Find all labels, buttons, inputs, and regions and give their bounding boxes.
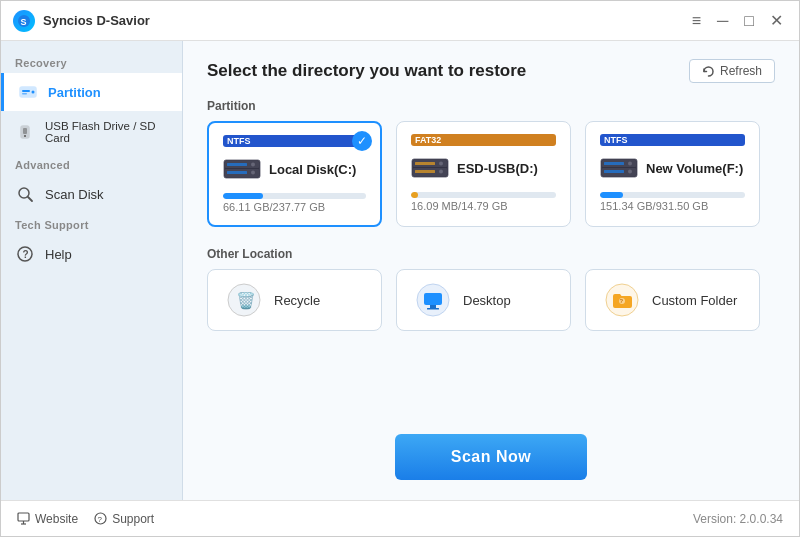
svg-point-32 [628, 162, 632, 166]
website-link[interactable]: Website [17, 512, 78, 526]
partition-icon [18, 82, 38, 102]
drive-tag-d: FAT32 [411, 134, 556, 146]
sidebar-section-tech-support: Tech Support [1, 213, 182, 235]
drive-f-info: New Volume(F:) [646, 161, 745, 176]
main-layout: Recovery Partition USB Flash D [1, 41, 799, 500]
svg-text:S: S [21, 16, 27, 26]
drive-f-bar-area: 151.34 GB/931.50 GB [600, 188, 745, 212]
app-logo: S [13, 10, 35, 32]
svg-rect-39 [427, 308, 439, 310]
svg-rect-23 [415, 162, 435, 165]
location-card-recycle[interactable]: 🗑️ Recycle [207, 269, 382, 331]
svg-rect-24 [415, 170, 435, 173]
location-card-custom-folder[interactable]: ? Custom Folder [585, 269, 760, 331]
drive-card-c[interactable]: ✓ NTFS [207, 121, 382, 227]
svg-rect-17 [227, 171, 247, 174]
title-bar: S Syncios D-Savior ≡ ─ □ ✕ [1, 1, 799, 41]
svg-point-18 [251, 163, 255, 167]
drive-f-fill [600, 192, 623, 198]
help-icon: ? [15, 244, 35, 264]
location-card-desktop[interactable]: Desktop [396, 269, 571, 331]
svg-point-5 [32, 91, 35, 94]
sidebar: Recovery Partition USB Flash D [1, 41, 183, 500]
svg-rect-3 [22, 90, 30, 92]
drive-d-progress-bar [411, 192, 556, 198]
scan-btn-wrap: Scan Now [183, 410, 799, 500]
svg-rect-7 [23, 128, 27, 134]
drive-d-name: ESD-USB(D:) [457, 161, 556, 176]
refresh-label: Refresh [720, 64, 762, 78]
drive-f-progress-bar [600, 192, 745, 198]
drive-d-bar-area: 16.09 MB/14.79 GB [411, 188, 556, 212]
drive-d-fill [411, 192, 418, 198]
drive-c-progress-bar [223, 193, 366, 199]
drive-c-bar-area: 66.11 GB/237.77 GB [223, 189, 366, 213]
sidebar-item-help[interactable]: ? Help [1, 235, 182, 273]
svg-rect-38 [430, 305, 436, 308]
svg-point-33 [628, 170, 632, 174]
svg-rect-43 [18, 513, 29, 521]
drive-d-top: ESD-USB(D:) [411, 154, 556, 182]
drive-f-name: New Volume(F:) [646, 161, 745, 176]
support-link[interactable]: ? Support [94, 512, 154, 526]
content-header: Select the directory you want to restore… [183, 41, 799, 93]
drive-d-space: 16.09 MB/14.79 GB [411, 200, 556, 212]
close-icon[interactable]: ✕ [766, 11, 787, 30]
sidebar-label-scan-disk: Scan Disk [45, 187, 104, 202]
svg-rect-16 [227, 163, 247, 166]
drive-tag-f: NTFS [600, 134, 745, 146]
title-bar-left: S Syncios D-Savior [13, 10, 150, 32]
hdd-icon-d [411, 154, 449, 182]
desktop-icon [415, 282, 451, 318]
custom-folder-label: Custom Folder [652, 293, 737, 308]
app-title: Syncios D-Savior [43, 13, 150, 28]
svg-point-25 [439, 162, 443, 166]
drive-c-top: Local Disk(C:) [223, 155, 366, 183]
sidebar-item-scan-disk[interactable]: Scan Disk [1, 175, 182, 213]
custom-folder-icon: ? [604, 282, 640, 318]
support-label: Support [112, 512, 154, 526]
version-text: Version: 2.0.0.34 [693, 512, 783, 526]
maximize-icon[interactable]: □ [740, 12, 758, 30]
location-cards: 🗑️ Recycle Desktop [183, 269, 799, 331]
desktop-label: Desktop [463, 293, 511, 308]
svg-line-10 [28, 197, 32, 201]
svg-point-8 [24, 135, 26, 137]
sidebar-label-partition: Partition [48, 85, 101, 100]
partition-section-label: Partition [183, 93, 799, 121]
sidebar-section-recovery: Recovery [1, 51, 182, 73]
title-bar-controls[interactable]: ≡ ─ □ ✕ [688, 11, 787, 30]
support-icon: ? [94, 512, 107, 525]
svg-point-26 [439, 170, 443, 174]
usb-icon [15, 122, 35, 142]
svg-rect-37 [424, 293, 442, 305]
minimize-icon[interactable]: ─ [713, 12, 732, 30]
monitor-icon [17, 512, 30, 525]
sidebar-item-usb-flash[interactable]: USB Flash Drive / SD Card [1, 111, 182, 153]
drive-c-fill [223, 193, 263, 199]
sidebar-item-partition[interactable]: Partition [1, 73, 182, 111]
drive-c-name: Local Disk(C:) [269, 162, 366, 177]
svg-text:?: ? [98, 515, 103, 524]
hdd-icon-c [223, 155, 261, 183]
drive-card-f[interactable]: NTFS New Volume [585, 121, 760, 227]
svg-text:?: ? [23, 249, 29, 260]
drive-c-info: Local Disk(C:) [269, 162, 366, 177]
drive-d-info: ESD-USB(D:) [457, 161, 556, 176]
drive-c-space: 66.11 GB/237.77 GB [223, 201, 366, 213]
menu-icon[interactable]: ≡ [688, 12, 705, 30]
scan-now-button[interactable]: Scan Now [395, 434, 587, 480]
refresh-button[interactable]: Refresh [689, 59, 775, 83]
bottom-bar-left: Website ? Support [17, 512, 154, 526]
hdd-icon-f [600, 154, 638, 182]
page-title: Select the directory you want to restore [207, 61, 526, 81]
drive-f-top: New Volume(F:) [600, 154, 745, 182]
partition-cards: ✓ NTFS [183, 121, 799, 227]
drive-card-d[interactable]: FAT32 ESD-USB(D [396, 121, 571, 227]
scan-disk-icon [15, 184, 35, 204]
refresh-icon [702, 65, 715, 78]
recycle-icon: 🗑️ [226, 282, 262, 318]
svg-text:?: ? [620, 298, 624, 304]
recycle-label: Recycle [274, 293, 320, 308]
other-location-section-label: Other Location [183, 241, 799, 269]
